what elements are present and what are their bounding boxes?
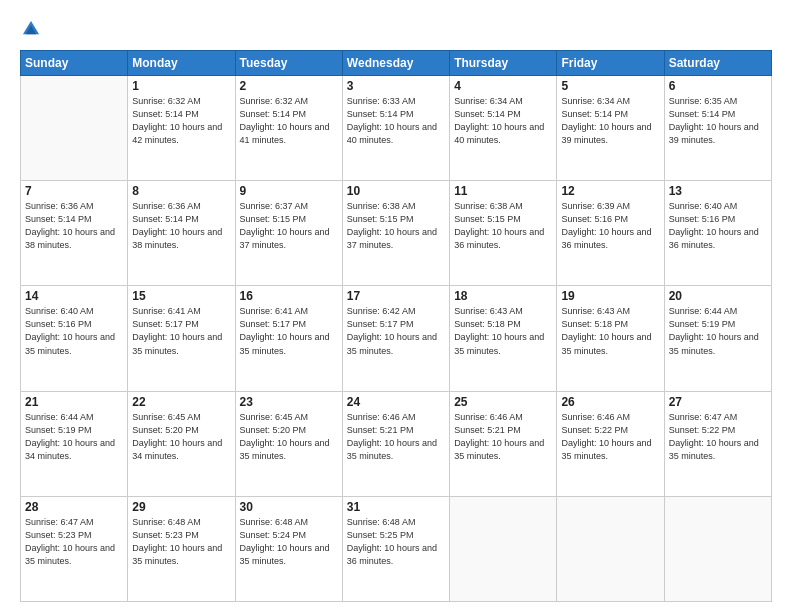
day-info: Sunrise: 6:45 AMSunset: 5:20 PMDaylight:… bbox=[240, 411, 338, 463]
weekday-friday: Friday bbox=[557, 51, 664, 76]
day-number: 29 bbox=[132, 500, 230, 514]
day-number: 14 bbox=[25, 289, 123, 303]
calendar-cell: 10Sunrise: 6:38 AMSunset: 5:15 PMDayligh… bbox=[342, 181, 449, 286]
day-number: 18 bbox=[454, 289, 552, 303]
weekday-thursday: Thursday bbox=[450, 51, 557, 76]
calendar-cell: 18Sunrise: 6:43 AMSunset: 5:18 PMDayligh… bbox=[450, 286, 557, 391]
day-info: Sunrise: 6:35 AMSunset: 5:14 PMDaylight:… bbox=[669, 95, 767, 147]
week-row-4: 21Sunrise: 6:44 AMSunset: 5:19 PMDayligh… bbox=[21, 391, 772, 496]
day-number: 13 bbox=[669, 184, 767, 198]
day-number: 10 bbox=[347, 184, 445, 198]
calendar-cell: 8Sunrise: 6:36 AMSunset: 5:14 PMDaylight… bbox=[128, 181, 235, 286]
calendar-cell: 6Sunrise: 6:35 AMSunset: 5:14 PMDaylight… bbox=[664, 76, 771, 181]
day-info: Sunrise: 6:34 AMSunset: 5:14 PMDaylight:… bbox=[561, 95, 659, 147]
day-info: Sunrise: 6:46 AMSunset: 5:21 PMDaylight:… bbox=[347, 411, 445, 463]
day-number: 16 bbox=[240, 289, 338, 303]
weekday-tuesday: Tuesday bbox=[235, 51, 342, 76]
calendar-cell bbox=[557, 496, 664, 601]
day-info: Sunrise: 6:41 AMSunset: 5:17 PMDaylight:… bbox=[132, 305, 230, 357]
header bbox=[20, 18, 772, 40]
day-info: Sunrise: 6:40 AMSunset: 5:16 PMDaylight:… bbox=[25, 305, 123, 357]
day-info: Sunrise: 6:48 AMSunset: 5:24 PMDaylight:… bbox=[240, 516, 338, 568]
day-number: 4 bbox=[454, 79, 552, 93]
day-number: 5 bbox=[561, 79, 659, 93]
day-info: Sunrise: 6:47 AMSunset: 5:22 PMDaylight:… bbox=[669, 411, 767, 463]
day-info: Sunrise: 6:41 AMSunset: 5:17 PMDaylight:… bbox=[240, 305, 338, 357]
logo-icon bbox=[20, 18, 42, 40]
day-info: Sunrise: 6:38 AMSunset: 5:15 PMDaylight:… bbox=[454, 200, 552, 252]
day-info: Sunrise: 6:43 AMSunset: 5:18 PMDaylight:… bbox=[454, 305, 552, 357]
calendar-cell: 16Sunrise: 6:41 AMSunset: 5:17 PMDayligh… bbox=[235, 286, 342, 391]
day-number: 19 bbox=[561, 289, 659, 303]
calendar-cell: 28Sunrise: 6:47 AMSunset: 5:23 PMDayligh… bbox=[21, 496, 128, 601]
day-number: 27 bbox=[669, 395, 767, 409]
logo bbox=[20, 18, 46, 40]
calendar-cell: 7Sunrise: 6:36 AMSunset: 5:14 PMDaylight… bbox=[21, 181, 128, 286]
day-info: Sunrise: 6:32 AMSunset: 5:14 PMDaylight:… bbox=[132, 95, 230, 147]
day-info: Sunrise: 6:38 AMSunset: 5:15 PMDaylight:… bbox=[347, 200, 445, 252]
calendar-cell: 11Sunrise: 6:38 AMSunset: 5:15 PMDayligh… bbox=[450, 181, 557, 286]
day-info: Sunrise: 6:45 AMSunset: 5:20 PMDaylight:… bbox=[132, 411, 230, 463]
day-info: Sunrise: 6:33 AMSunset: 5:14 PMDaylight:… bbox=[347, 95, 445, 147]
day-info: Sunrise: 6:40 AMSunset: 5:16 PMDaylight:… bbox=[669, 200, 767, 252]
day-number: 17 bbox=[347, 289, 445, 303]
calendar-cell: 15Sunrise: 6:41 AMSunset: 5:17 PMDayligh… bbox=[128, 286, 235, 391]
day-number: 25 bbox=[454, 395, 552, 409]
day-number: 9 bbox=[240, 184, 338, 198]
calendar-cell: 29Sunrise: 6:48 AMSunset: 5:23 PMDayligh… bbox=[128, 496, 235, 601]
weekday-wednesday: Wednesday bbox=[342, 51, 449, 76]
day-number: 15 bbox=[132, 289, 230, 303]
day-info: Sunrise: 6:36 AMSunset: 5:14 PMDaylight:… bbox=[132, 200, 230, 252]
day-number: 6 bbox=[669, 79, 767, 93]
day-number: 3 bbox=[347, 79, 445, 93]
day-info: Sunrise: 6:48 AMSunset: 5:25 PMDaylight:… bbox=[347, 516, 445, 568]
calendar-table: SundayMondayTuesdayWednesdayThursdayFrid… bbox=[20, 50, 772, 602]
calendar-cell: 4Sunrise: 6:34 AMSunset: 5:14 PMDaylight… bbox=[450, 76, 557, 181]
calendar-cell bbox=[664, 496, 771, 601]
calendar-cell: 14Sunrise: 6:40 AMSunset: 5:16 PMDayligh… bbox=[21, 286, 128, 391]
week-row-2: 7Sunrise: 6:36 AMSunset: 5:14 PMDaylight… bbox=[21, 181, 772, 286]
day-number: 31 bbox=[347, 500, 445, 514]
day-number: 1 bbox=[132, 79, 230, 93]
day-number: 2 bbox=[240, 79, 338, 93]
calendar-cell: 27Sunrise: 6:47 AMSunset: 5:22 PMDayligh… bbox=[664, 391, 771, 496]
page: SundayMondayTuesdayWednesdayThursdayFrid… bbox=[0, 0, 792, 612]
day-number: 23 bbox=[240, 395, 338, 409]
day-info: Sunrise: 6:39 AMSunset: 5:16 PMDaylight:… bbox=[561, 200, 659, 252]
day-info: Sunrise: 6:44 AMSunset: 5:19 PMDaylight:… bbox=[25, 411, 123, 463]
day-number: 8 bbox=[132, 184, 230, 198]
calendar-cell bbox=[21, 76, 128, 181]
day-number: 7 bbox=[25, 184, 123, 198]
day-info: Sunrise: 6:46 AMSunset: 5:21 PMDaylight:… bbox=[454, 411, 552, 463]
calendar-cell: 1Sunrise: 6:32 AMSunset: 5:14 PMDaylight… bbox=[128, 76, 235, 181]
calendar-cell: 22Sunrise: 6:45 AMSunset: 5:20 PMDayligh… bbox=[128, 391, 235, 496]
day-number: 22 bbox=[132, 395, 230, 409]
calendar-cell: 25Sunrise: 6:46 AMSunset: 5:21 PMDayligh… bbox=[450, 391, 557, 496]
calendar-cell: 12Sunrise: 6:39 AMSunset: 5:16 PMDayligh… bbox=[557, 181, 664, 286]
calendar-cell: 26Sunrise: 6:46 AMSunset: 5:22 PMDayligh… bbox=[557, 391, 664, 496]
day-number: 24 bbox=[347, 395, 445, 409]
calendar-cell: 2Sunrise: 6:32 AMSunset: 5:14 PMDaylight… bbox=[235, 76, 342, 181]
weekday-saturday: Saturday bbox=[664, 51, 771, 76]
week-row-5: 28Sunrise: 6:47 AMSunset: 5:23 PMDayligh… bbox=[21, 496, 772, 601]
day-info: Sunrise: 6:42 AMSunset: 5:17 PMDaylight:… bbox=[347, 305, 445, 357]
day-info: Sunrise: 6:36 AMSunset: 5:14 PMDaylight:… bbox=[25, 200, 123, 252]
calendar-body: 1Sunrise: 6:32 AMSunset: 5:14 PMDaylight… bbox=[21, 76, 772, 602]
calendar-cell: 23Sunrise: 6:45 AMSunset: 5:20 PMDayligh… bbox=[235, 391, 342, 496]
calendar-cell: 13Sunrise: 6:40 AMSunset: 5:16 PMDayligh… bbox=[664, 181, 771, 286]
day-info: Sunrise: 6:32 AMSunset: 5:14 PMDaylight:… bbox=[240, 95, 338, 147]
calendar-cell: 20Sunrise: 6:44 AMSunset: 5:19 PMDayligh… bbox=[664, 286, 771, 391]
week-row-3: 14Sunrise: 6:40 AMSunset: 5:16 PMDayligh… bbox=[21, 286, 772, 391]
day-info: Sunrise: 6:43 AMSunset: 5:18 PMDaylight:… bbox=[561, 305, 659, 357]
weekday-header-row: SundayMondayTuesdayWednesdayThursdayFrid… bbox=[21, 51, 772, 76]
calendar-cell: 9Sunrise: 6:37 AMSunset: 5:15 PMDaylight… bbox=[235, 181, 342, 286]
week-row-1: 1Sunrise: 6:32 AMSunset: 5:14 PMDaylight… bbox=[21, 76, 772, 181]
day-info: Sunrise: 6:37 AMSunset: 5:15 PMDaylight:… bbox=[240, 200, 338, 252]
day-info: Sunrise: 6:34 AMSunset: 5:14 PMDaylight:… bbox=[454, 95, 552, 147]
calendar-cell: 31Sunrise: 6:48 AMSunset: 5:25 PMDayligh… bbox=[342, 496, 449, 601]
calendar-cell bbox=[450, 496, 557, 601]
day-info: Sunrise: 6:46 AMSunset: 5:22 PMDaylight:… bbox=[561, 411, 659, 463]
calendar-cell: 21Sunrise: 6:44 AMSunset: 5:19 PMDayligh… bbox=[21, 391, 128, 496]
day-number: 30 bbox=[240, 500, 338, 514]
day-info: Sunrise: 6:48 AMSunset: 5:23 PMDaylight:… bbox=[132, 516, 230, 568]
